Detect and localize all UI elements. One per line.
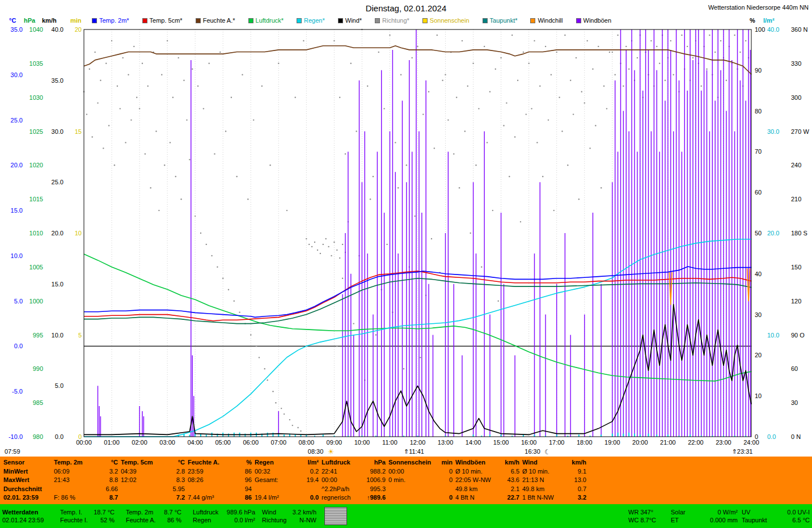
stats-column-name: Luftdruck xyxy=(322,458,350,467)
svg-text:20.0: 20.0 xyxy=(767,230,779,236)
stats-cell: 00:320.2 xyxy=(255,467,319,476)
svg-text:22:00: 22:00 xyxy=(688,439,704,446)
legend-item[interactable]: Windböen xyxy=(576,17,612,24)
stats-cell: 23:5986 xyxy=(188,467,252,476)
legend-item[interactable]: Feuchte A.* xyxy=(196,17,235,24)
stats-cell: 00:000 xyxy=(388,467,452,476)
svg-text:03:00: 03:00 xyxy=(159,439,175,446)
stats-cell xyxy=(255,485,319,494)
stats-column-unit: hPa xyxy=(374,458,386,467)
svg-text:10.0: 10.0 xyxy=(767,332,779,339)
stats-column: Windkm/hØ 10 min.9.121:13 N13.049.8 km0.… xyxy=(522,458,586,504)
legend-item[interactable]: Temp. 5cm* xyxy=(142,17,183,24)
daily-stats-table: SensorMinWertMaxWertDurchschnitt02.01. 2… xyxy=(0,457,812,504)
moon-icon: ☾ xyxy=(544,448,551,456)
stats-cell: 21:438.8 xyxy=(54,476,118,485)
axis-unit-label: °C xyxy=(9,17,16,24)
svg-text:11:00: 11:00 xyxy=(382,439,397,446)
legend-label: Temp. 5cm* xyxy=(150,17,183,24)
svg-text:120: 120 xyxy=(791,298,801,305)
svg-text:-10.0: -10.0 xyxy=(9,433,23,440)
svg-text:20: 20 xyxy=(75,27,82,33)
stats-column-unit: °C xyxy=(111,458,118,467)
svg-text:16:00: 16:00 xyxy=(521,439,537,446)
svg-text:19:00: 19:00 xyxy=(604,439,620,446)
stats-cell: 0 min.0 xyxy=(388,476,452,485)
legend-color-box xyxy=(196,18,201,23)
legend-color-box xyxy=(483,18,488,23)
stats-column: Regenl/m²00:320.2Gesamt:19.419.4 l/m²0.0 xyxy=(255,458,319,504)
svg-text:5.0: 5.0 xyxy=(14,298,23,305)
svg-text:1015: 1015 xyxy=(29,196,43,202)
svg-text:60: 60 xyxy=(755,189,762,196)
svg-text:60: 60 xyxy=(791,365,798,372)
stats-column: Temp. 2m°C06:093.221:438.86.66F: 86 %8.7 xyxy=(54,458,118,504)
svg-text:985: 985 xyxy=(33,399,43,406)
stats-cell: 49.8 km0.7 xyxy=(522,485,586,494)
svg-text:180 S: 180 S xyxy=(791,230,807,236)
legend-item[interactable]: Temp. 2m* xyxy=(92,17,129,24)
legend-label: Sonnenschein xyxy=(430,17,470,24)
svg-text:14:00: 14:00 xyxy=(466,439,481,446)
stats-cell: 1 Bft N-NW3.2 xyxy=(522,493,586,502)
time-mark: 16:30 xyxy=(525,448,540,455)
stats-cell: regnerisch↑989.6 xyxy=(322,493,386,502)
stats-cell: 94 xyxy=(188,485,252,494)
legend-item[interactable]: Richtung* xyxy=(375,17,409,24)
webcam-thumbnail xyxy=(324,507,347,525)
svg-text:0.0: 0.0 xyxy=(14,343,23,349)
current-group: Temp. I.18.7 °CFeuchte I.52 % xyxy=(60,508,115,524)
stats-column-unit: % xyxy=(246,458,252,467)
legend-label: Richtung* xyxy=(382,17,409,24)
stats-row-label: MaxWert xyxy=(3,476,29,485)
legend-item[interactable]: Windchill xyxy=(530,17,563,24)
stats-cell: 19.4 l/m²0.0 xyxy=(255,493,319,502)
svg-text:13:00: 13:00 xyxy=(438,439,454,446)
sun-icon: ☀ xyxy=(328,447,335,456)
svg-text:40.0: 40.0 xyxy=(767,27,779,33)
svg-text:50: 50 xyxy=(755,230,762,236)
svg-text:21:00: 21:00 xyxy=(660,439,676,446)
svg-text:30.0: 30.0 xyxy=(52,128,64,135)
stats-column-unit: °C xyxy=(178,458,185,467)
svg-text:25.0: 25.0 xyxy=(52,179,64,185)
svg-text:210: 210 xyxy=(791,196,801,202)
legend-item[interactable]: Sonnenschein xyxy=(422,17,470,24)
station-name: Wetterstation Niedersorpe 440m NN xyxy=(708,4,809,11)
legend-item[interactable]: Wind* xyxy=(338,17,362,24)
stats-cell: 6.66 xyxy=(54,485,118,494)
stats-cell: 49.8 km2.1 xyxy=(455,485,519,494)
svg-text:17:00: 17:00 xyxy=(549,439,565,446)
sun-moon-times: 07:5908:30☀⇑11:4116:30☾⇑23:31 xyxy=(5,447,752,456)
legend-item[interactable]: Taupunkt* xyxy=(483,17,518,24)
svg-text:10:00: 10:00 xyxy=(354,439,370,446)
stats-column-name: Temp. 5cm xyxy=(121,458,153,467)
svg-text:35.0: 35.0 xyxy=(52,77,64,84)
svg-text:90: 90 xyxy=(755,67,762,74)
current-group: Solar0 W/m²ET0.000 mm xyxy=(671,508,738,524)
stats-column-name: Wind xyxy=(522,458,538,467)
stats-row-label: 02.01. 23:59 xyxy=(3,493,39,502)
svg-text:980: 980 xyxy=(33,433,43,440)
svg-text:0.0: 0.0 xyxy=(55,433,64,440)
svg-text:0.0: 0.0 xyxy=(767,433,776,440)
svg-text:07:00: 07:00 xyxy=(271,439,287,446)
svg-text:1010: 1010 xyxy=(29,230,43,236)
svg-text:990: 990 xyxy=(33,365,43,372)
legend-color-box xyxy=(297,18,302,23)
stats-cell: 4 Bft N22.7 xyxy=(455,493,519,502)
svg-text:12:00: 12:00 xyxy=(410,439,426,446)
stats-column: Temp. 5cm°C04:392.812:028.35.957.2 xyxy=(121,458,185,504)
svg-text:1020: 1020 xyxy=(29,162,43,168)
svg-text:300: 300 xyxy=(791,94,801,101)
legend-item[interactable]: Regen* xyxy=(297,17,325,24)
svg-text:1040: 1040 xyxy=(29,27,43,33)
stats-column: LuftdruckhPa22:41988.200:001006.9^2.2hPa… xyxy=(322,458,386,504)
stats-column-name: Sonnenschein xyxy=(388,458,431,467)
time-mark: ⇑23:31 xyxy=(732,448,753,455)
svg-text:80: 80 xyxy=(755,108,762,115)
stats-cell: 04:392.8 xyxy=(121,467,185,476)
legend-item[interactable]: Luftdruck* xyxy=(248,17,284,24)
svg-text:10.0: 10.0 xyxy=(52,332,64,339)
stats-row-label: Sensor xyxy=(3,458,24,467)
